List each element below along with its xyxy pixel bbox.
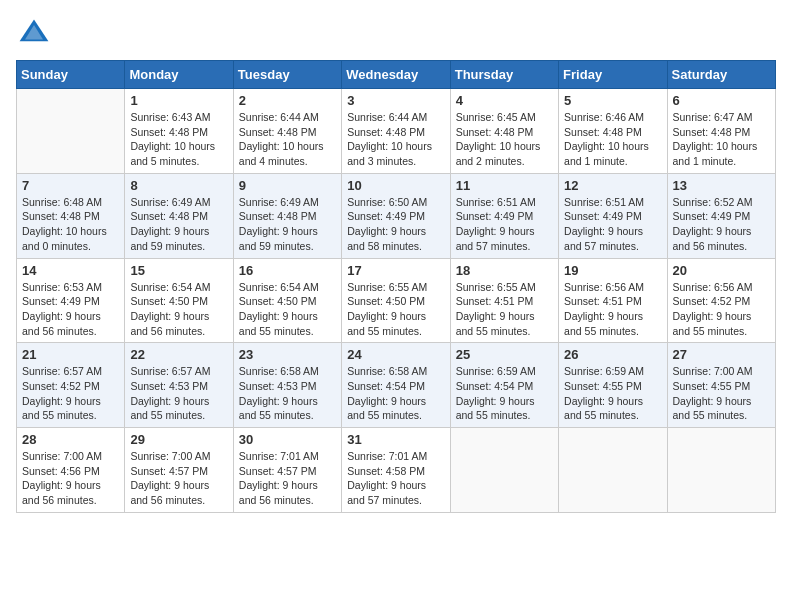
day-info: Sunrise: 6:57 AMSunset: 4:53 PMDaylight:… [130, 364, 227, 423]
calendar-cell: 14Sunrise: 6:53 AMSunset: 4:49 PMDayligh… [17, 258, 125, 343]
column-header-tuesday: Tuesday [233, 61, 341, 89]
calendar-header-row: SundayMondayTuesdayWednesdayThursdayFrid… [17, 61, 776, 89]
day-number: 1 [130, 93, 227, 108]
day-info: Sunrise: 6:43 AMSunset: 4:48 PMDaylight:… [130, 110, 227, 169]
calendar-cell: 2Sunrise: 6:44 AMSunset: 4:48 PMDaylight… [233, 89, 341, 174]
day-number: 20 [673, 263, 770, 278]
day-info: Sunrise: 6:58 AMSunset: 4:53 PMDaylight:… [239, 364, 336, 423]
day-info: Sunrise: 6:44 AMSunset: 4:48 PMDaylight:… [239, 110, 336, 169]
calendar-cell: 21Sunrise: 6:57 AMSunset: 4:52 PMDayligh… [17, 343, 125, 428]
calendar-cell: 28Sunrise: 7:00 AMSunset: 4:56 PMDayligh… [17, 428, 125, 513]
day-info: Sunrise: 7:01 AMSunset: 4:57 PMDaylight:… [239, 449, 336, 508]
day-info: Sunrise: 6:51 AMSunset: 4:49 PMDaylight:… [456, 195, 553, 254]
calendar-cell: 19Sunrise: 6:56 AMSunset: 4:51 PMDayligh… [559, 258, 667, 343]
day-number: 3 [347, 93, 444, 108]
calendar-cell: 6Sunrise: 6:47 AMSunset: 4:48 PMDaylight… [667, 89, 775, 174]
column-header-monday: Monday [125, 61, 233, 89]
day-info: Sunrise: 7:00 AMSunset: 4:55 PMDaylight:… [673, 364, 770, 423]
calendar-cell: 11Sunrise: 6:51 AMSunset: 4:49 PMDayligh… [450, 173, 558, 258]
column-header-sunday: Sunday [17, 61, 125, 89]
day-info: Sunrise: 6:54 AMSunset: 4:50 PMDaylight:… [239, 280, 336, 339]
day-info: Sunrise: 6:50 AMSunset: 4:49 PMDaylight:… [347, 195, 444, 254]
calendar-cell: 8Sunrise: 6:49 AMSunset: 4:48 PMDaylight… [125, 173, 233, 258]
day-info: Sunrise: 6:55 AMSunset: 4:50 PMDaylight:… [347, 280, 444, 339]
day-number: 12 [564, 178, 661, 193]
calendar-cell: 23Sunrise: 6:58 AMSunset: 4:53 PMDayligh… [233, 343, 341, 428]
page-header [16, 16, 776, 52]
calendar-cell [450, 428, 558, 513]
day-number: 5 [564, 93, 661, 108]
day-info: Sunrise: 6:53 AMSunset: 4:49 PMDaylight:… [22, 280, 119, 339]
column-header-wednesday: Wednesday [342, 61, 450, 89]
day-number: 14 [22, 263, 119, 278]
day-number: 25 [456, 347, 553, 362]
day-number: 16 [239, 263, 336, 278]
day-info: Sunrise: 6:46 AMSunset: 4:48 PMDaylight:… [564, 110, 661, 169]
day-number: 17 [347, 263, 444, 278]
day-number: 15 [130, 263, 227, 278]
calendar-cell [667, 428, 775, 513]
day-number: 7 [22, 178, 119, 193]
calendar-cell: 3Sunrise: 6:44 AMSunset: 4:48 PMDaylight… [342, 89, 450, 174]
day-number: 29 [130, 432, 227, 447]
calendar-cell: 4Sunrise: 6:45 AMSunset: 4:48 PMDaylight… [450, 89, 558, 174]
day-number: 22 [130, 347, 227, 362]
day-info: Sunrise: 6:48 AMSunset: 4:48 PMDaylight:… [22, 195, 119, 254]
day-number: 9 [239, 178, 336, 193]
calendar-cell: 9Sunrise: 6:49 AMSunset: 4:48 PMDaylight… [233, 173, 341, 258]
day-info: Sunrise: 7:00 AMSunset: 4:56 PMDaylight:… [22, 449, 119, 508]
day-number: 11 [456, 178, 553, 193]
day-number: 28 [22, 432, 119, 447]
day-number: 30 [239, 432, 336, 447]
calendar-cell: 5Sunrise: 6:46 AMSunset: 4:48 PMDaylight… [559, 89, 667, 174]
column-header-saturday: Saturday [667, 61, 775, 89]
day-number: 8 [130, 178, 227, 193]
calendar-cell: 25Sunrise: 6:59 AMSunset: 4:54 PMDayligh… [450, 343, 558, 428]
day-number: 4 [456, 93, 553, 108]
calendar-cell [17, 89, 125, 174]
day-number: 2 [239, 93, 336, 108]
day-info: Sunrise: 6:47 AMSunset: 4:48 PMDaylight:… [673, 110, 770, 169]
day-info: Sunrise: 6:59 AMSunset: 4:55 PMDaylight:… [564, 364, 661, 423]
day-number: 26 [564, 347, 661, 362]
column-header-thursday: Thursday [450, 61, 558, 89]
column-header-friday: Friday [559, 61, 667, 89]
calendar-cell: 10Sunrise: 6:50 AMSunset: 4:49 PMDayligh… [342, 173, 450, 258]
calendar-cell: 7Sunrise: 6:48 AMSunset: 4:48 PMDaylight… [17, 173, 125, 258]
calendar-cell: 12Sunrise: 6:51 AMSunset: 4:49 PMDayligh… [559, 173, 667, 258]
day-info: Sunrise: 6:55 AMSunset: 4:51 PMDaylight:… [456, 280, 553, 339]
day-info: Sunrise: 6:56 AMSunset: 4:51 PMDaylight:… [564, 280, 661, 339]
logo [16, 16, 56, 52]
calendar-cell [559, 428, 667, 513]
calendar-cell: 26Sunrise: 6:59 AMSunset: 4:55 PMDayligh… [559, 343, 667, 428]
calendar-cell: 15Sunrise: 6:54 AMSunset: 4:50 PMDayligh… [125, 258, 233, 343]
calendar-cell: 29Sunrise: 7:00 AMSunset: 4:57 PMDayligh… [125, 428, 233, 513]
calendar-cell: 18Sunrise: 6:55 AMSunset: 4:51 PMDayligh… [450, 258, 558, 343]
calendar-table: SundayMondayTuesdayWednesdayThursdayFrid… [16, 60, 776, 513]
day-number: 10 [347, 178, 444, 193]
day-info: Sunrise: 6:57 AMSunset: 4:52 PMDaylight:… [22, 364, 119, 423]
day-number: 19 [564, 263, 661, 278]
day-number: 6 [673, 93, 770, 108]
calendar-cell: 27Sunrise: 7:00 AMSunset: 4:55 PMDayligh… [667, 343, 775, 428]
calendar-cell: 17Sunrise: 6:55 AMSunset: 4:50 PMDayligh… [342, 258, 450, 343]
calendar-week-row: 14Sunrise: 6:53 AMSunset: 4:49 PMDayligh… [17, 258, 776, 343]
day-info: Sunrise: 6:49 AMSunset: 4:48 PMDaylight:… [130, 195, 227, 254]
logo-icon [16, 16, 52, 52]
day-info: Sunrise: 6:49 AMSunset: 4:48 PMDaylight:… [239, 195, 336, 254]
day-info: Sunrise: 6:45 AMSunset: 4:48 PMDaylight:… [456, 110, 553, 169]
calendar-cell: 13Sunrise: 6:52 AMSunset: 4:49 PMDayligh… [667, 173, 775, 258]
day-info: Sunrise: 6:44 AMSunset: 4:48 PMDaylight:… [347, 110, 444, 169]
calendar-week-row: 7Sunrise: 6:48 AMSunset: 4:48 PMDaylight… [17, 173, 776, 258]
calendar-cell: 30Sunrise: 7:01 AMSunset: 4:57 PMDayligh… [233, 428, 341, 513]
day-info: Sunrise: 7:01 AMSunset: 4:58 PMDaylight:… [347, 449, 444, 508]
day-info: Sunrise: 6:59 AMSunset: 4:54 PMDaylight:… [456, 364, 553, 423]
day-info: Sunrise: 7:00 AMSunset: 4:57 PMDaylight:… [130, 449, 227, 508]
calendar-week-row: 1Sunrise: 6:43 AMSunset: 4:48 PMDaylight… [17, 89, 776, 174]
calendar-cell: 20Sunrise: 6:56 AMSunset: 4:52 PMDayligh… [667, 258, 775, 343]
day-number: 23 [239, 347, 336, 362]
day-number: 18 [456, 263, 553, 278]
calendar-cell: 16Sunrise: 6:54 AMSunset: 4:50 PMDayligh… [233, 258, 341, 343]
day-number: 31 [347, 432, 444, 447]
day-info: Sunrise: 6:56 AMSunset: 4:52 PMDaylight:… [673, 280, 770, 339]
